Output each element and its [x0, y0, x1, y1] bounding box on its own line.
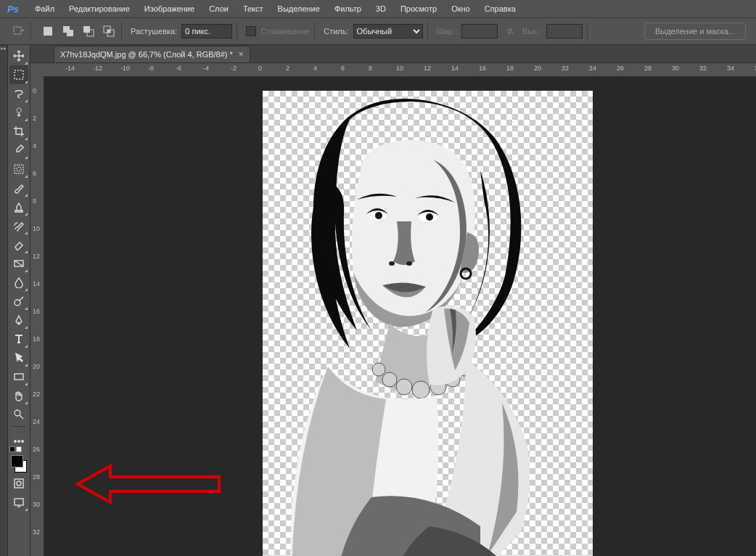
canvas-artwork — [263, 91, 593, 556]
tool-preset-picker[interactable] — [10, 23, 26, 39]
menu-image[interactable]: Изображение — [137, 0, 202, 17]
menubar: Ps Файл Редактирование Изображение Слои … — [0, 0, 756, 18]
menu-view[interactable]: Просмотр — [393, 0, 444, 17]
svg-point-30 — [382, 372, 397, 387]
height-input — [546, 24, 583, 38]
svg-point-21 — [17, 481, 21, 486]
menu-file[interactable]: Файл — [28, 0, 62, 17]
marquee-tool[interactable] — [9, 65, 28, 84]
menu-help[interactable]: Справка — [477, 0, 523, 17]
toolbox — [8, 45, 30, 556]
svg-point-14 — [15, 300, 20, 306]
color-swatches[interactable] — [9, 454, 28, 474]
selection-intersect-icon[interactable] — [101, 23, 117, 39]
canvas-viewport[interactable]: -14-12-10-8-6-4-202468101214161820222426… — [30, 63, 756, 556]
lasso-tool[interactable] — [9, 84, 28, 103]
svg-rect-8 — [107, 30, 110, 33]
quick-select-tool[interactable] — [9, 103, 28, 122]
move-tool[interactable] — [9, 46, 28, 65]
clone-stamp-tool[interactable] — [9, 197, 28, 216]
canvas[interactable] — [263, 91, 593, 556]
svg-point-32 — [412, 381, 430, 398]
crop-tool[interactable] — [9, 122, 28, 141]
selection-add-icon[interactable] — [60, 23, 76, 39]
rectangle-tool[interactable] — [9, 367, 28, 386]
document-area: X7hv18JqdQM.jpg @ 66,7% (Слой 4, RGB/8#)… — [30, 45, 756, 556]
document-tab-title: X7hv18JqdQM.jpg @ 66,7% (Слой 4, RGB/8#)… — [60, 50, 233, 59]
brush-tool[interactable] — [9, 179, 28, 197]
style-select[interactable]: Обычный — [353, 24, 423, 38]
antialias-label: Сглаживание — [260, 27, 310, 36]
svg-point-24 — [375, 212, 382, 219]
menu-edit[interactable]: Редактирование — [62, 0, 137, 17]
eraser-tool[interactable] — [9, 235, 28, 254]
svg-point-18 — [18, 441, 20, 442]
blur-tool[interactable] — [9, 273, 28, 292]
hand-tool[interactable] — [9, 386, 28, 405]
svg-rect-11 — [15, 165, 23, 173]
svg-point-36 — [372, 363, 385, 376]
ruler-vertical[interactable]: 02468101214161820222426283032 — [30, 76, 44, 556]
svg-point-19 — [22, 441, 23, 442]
selection-subtract-icon[interactable] — [81, 23, 96, 39]
svg-rect-9 — [15, 70, 23, 79]
annotation-arrow — [74, 462, 234, 520]
svg-rect-0 — [14, 27, 21, 34]
svg-point-12 — [17, 167, 21, 171]
panel-gutter-left[interactable]: ▸▸ — [0, 45, 8, 556]
foreground-color-swatch[interactable] — [11, 455, 23, 467]
menu-window[interactable]: Окно — [444, 0, 477, 17]
eyedropper-tool[interactable] — [9, 141, 28, 160]
svg-point-28 — [406, 261, 412, 266]
svg-rect-15 — [15, 374, 23, 380]
width-label: Шир.: — [437, 27, 457, 36]
document-tab[interactable]: X7hv18JqdQM.jpg @ 66,7% (Слой 4, RGB/8#)… — [54, 46, 250, 62]
ruler-origin[interactable] — [30, 63, 44, 77]
menu-3d[interactable]: 3D — [369, 0, 393, 17]
menu-layers[interactable]: Слои — [202, 0, 236, 17]
feather-input[interactable] — [181, 24, 232, 38]
dodge-tool[interactable] — [9, 292, 28, 311]
quickmask-icon[interactable] — [9, 474, 28, 493]
app-logo: Ps — [4, 2, 22, 15]
document-tabstrip: X7hv18JqdQM.jpg @ 66,7% (Слой 4, RGB/8#)… — [30, 45, 756, 63]
history-brush-tool[interactable] — [9, 216, 28, 235]
menu-text[interactable]: Текст — [236, 0, 271, 17]
menu-select[interactable]: Выделение — [271, 0, 327, 17]
zoom-tool[interactable] — [9, 405, 28, 424]
selection-new-icon[interactable] — [40, 23, 56, 39]
type-tool[interactable] — [9, 330, 28, 348]
svg-rect-22 — [15, 499, 23, 505]
path-select-tool[interactable] — [9, 348, 28, 367]
style-label: Стиль: — [324, 27, 348, 36]
feather-label: Растушевка: — [131, 27, 177, 36]
close-tab-icon[interactable]: × — [239, 49, 244, 60]
swap-wh-icon — [502, 23, 518, 39]
antialias-checkbox[interactable] — [246, 26, 256, 36]
svg-point-27 — [389, 261, 395, 266]
ruler-horizontal[interactable]: -14-12-10-8-6-4-202468101214161820222426… — [44, 63, 756, 77]
svg-point-10 — [17, 108, 21, 113]
svg-point-26 — [426, 213, 433, 221]
menu-filter[interactable]: Фильтр — [327, 0, 369, 17]
svg-point-31 — [396, 379, 412, 395]
height-label: Выс.: — [522, 27, 542, 36]
svg-rect-3 — [67, 30, 73, 36]
workspace: ▸▸ X7hv18JqdQM.jpg — [0, 45, 756, 556]
gradient-tool[interactable] — [9, 254, 28, 273]
svg-point-16 — [15, 410, 20, 416]
svg-rect-20 — [15, 479, 23, 488]
refine-edge-button[interactable]: Выделение и маска... — [644, 23, 746, 40]
svg-point-17 — [15, 441, 16, 442]
options-bar: Растушевка: Сглаживание Стиль: Обычный Ш… — [0, 18, 756, 45]
frame-tool[interactable] — [9, 160, 28, 179]
pen-tool[interactable] — [9, 311, 28, 330]
svg-rect-1 — [44, 27, 52, 36]
screenmode-icon[interactable] — [9, 493, 28, 512]
width-input — [461, 24, 498, 38]
